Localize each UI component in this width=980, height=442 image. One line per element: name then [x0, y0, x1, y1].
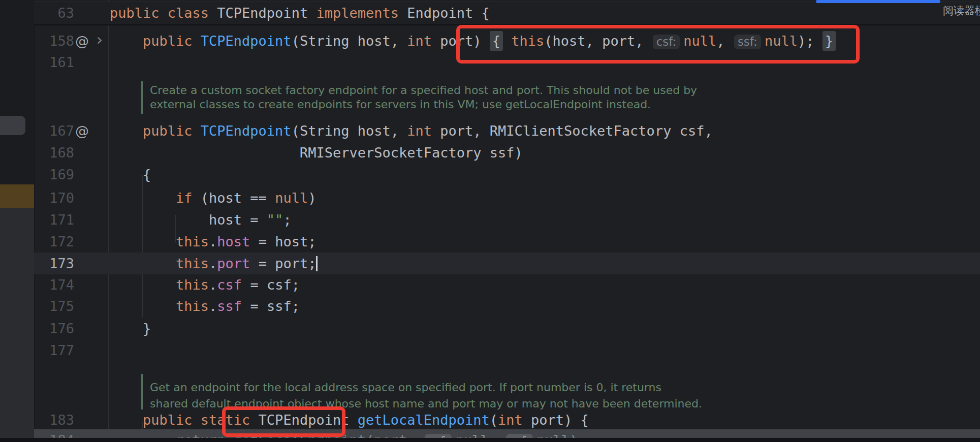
line-number[interactable]: 158: [34, 30, 74, 52]
annotation-box-return-type: [222, 406, 345, 437]
annotation-gutter-icon[interactable]: @: [75, 30, 89, 52]
doc-comment-line: external classes to create endpoints for…: [150, 98, 651, 111]
doc-comment-line: Get an endpoint for the local address sp…: [150, 381, 661, 394]
horizontal-scrollbar-thumb[interactable]: [816, 0, 940, 3]
code-line-168[interactable]: 168 RMIServerSocketFactory ssf): [34, 142, 980, 164]
parameter-hint-chip: ssf:: [506, 434, 533, 438]
code-text: this.port = port;: [110, 252, 318, 274]
code-text: {: [110, 164, 151, 185]
doc-comment-bar: [141, 374, 143, 409]
code-text: public class TCPEndpoint implements Endp…: [110, 2, 490, 24]
annotation-gutter-icon[interactable]: @: [75, 120, 89, 142]
left-tool-strip: [0, 0, 35, 442]
line-number[interactable]: 168: [34, 142, 74, 164]
line-number[interactable]: 161: [34, 51, 74, 73]
code-line-174[interactable]: 174 this.csf = csf;: [34, 274, 980, 296]
line-number[interactable]: 183: [34, 409, 74, 431]
line-number[interactable]: 175: [34, 295, 74, 317]
line-number[interactable]: 170: [34, 187, 74, 209]
code-text: this.ssf = ssf;: [110, 295, 300, 317]
code-line-183[interactable]: 183 public static TCPEndpoint getLocalEn…: [34, 409, 980, 431]
line-number[interactable]: 176: [34, 318, 74, 339]
code-text: RMIServerSocketFactory ssf): [110, 142, 523, 164]
code-line-170[interactable]: 170 if (host == null): [34, 187, 980, 209]
reader-mode-label[interactable]: 阅读器模式: [943, 4, 980, 17]
code-line-63[interactable]: 63public class TCPEndpoint implements En…: [34, 2, 980, 25]
code-line-177[interactable]: 177: [34, 339, 980, 361]
code-editor[interactable]: Create a custom socket factory endpoint …: [34, 0, 980, 442]
code-text: }: [110, 318, 151, 339]
line-number[interactable]: 172: [34, 231, 74, 252]
line-number[interactable]: 177: [34, 339, 74, 361]
tool-window-stripe-button[interactable]: [0, 116, 25, 135]
line-number[interactable]: 169: [34, 164, 74, 185]
fold-arrow-icon[interactable]: ›: [94, 29, 104, 51]
code-line-172[interactable]: 172 this.host = host;: [34, 231, 980, 252]
code-text: public TCPEndpoint(String host, int port…: [110, 120, 713, 142]
line-number[interactable]: 171: [34, 209, 74, 231]
left-strip-lower-panel: [0, 208, 34, 438]
code-text: this.host = host;: [110, 231, 316, 252]
code-text: this.csf = csf;: [110, 274, 300, 296]
line-number[interactable]: 173: [34, 252, 74, 274]
stripe-orange-marker: [0, 184, 34, 208]
doc-comment-bar: [141, 81, 143, 114]
ide-window: Create a custom socket factory endpoint …: [0, 0, 980, 442]
bottom-window-edge: [0, 438, 980, 442]
line-number[interactable]: 184: [34, 429, 74, 438]
parameter-hint-chip: csf:: [425, 434, 452, 438]
line-number[interactable]: 174: [34, 274, 74, 296]
annotation-box-constructor-delegation: [456, 25, 860, 64]
doc-comment-line: Create a custom socket factory endpoint …: [150, 83, 697, 97]
code-text: public static TCPEndpoint getLocalEndpoi…: [110, 409, 589, 431]
line-number[interactable]: 63: [34, 2, 74, 24]
text-caret: [316, 256, 318, 271]
line-number[interactable]: 167: [34, 120, 74, 142]
code-line-173[interactable]: 173 this.port = port;: [34, 252, 980, 274]
code-text: if (host == null): [110, 187, 316, 209]
code-line-167[interactable]: 167@ public TCPEndpoint(String host, int…: [34, 120, 980, 142]
code-line-175[interactable]: 175 this.ssf = ssf;: [34, 295, 980, 317]
code-line-171[interactable]: 171 host = "";: [34, 209, 980, 231]
code-line-176[interactable]: 176 }: [34, 318, 980, 339]
code-line-184[interactable]: 184 return getLocalEndpoint(port, csf:nu…: [34, 429, 980, 438]
code-line-169[interactable]: 169 {: [34, 164, 980, 185]
code-text: return getLocalEndpoint(port, csf:null, …: [110, 429, 586, 438]
code-text: host = "";: [110, 209, 292, 231]
